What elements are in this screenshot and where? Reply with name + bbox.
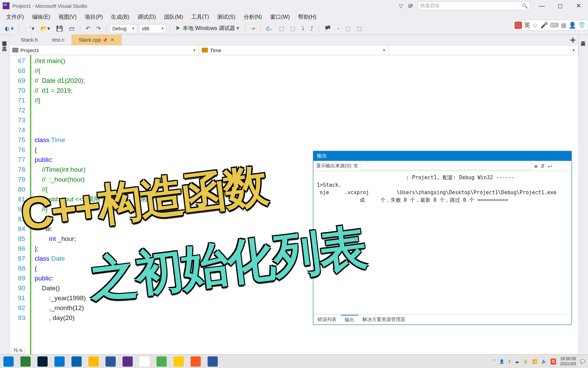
taskbar-photoshop[interactable] [34,355,51,368]
output-text[interactable]: : Project1, 配置: Debug Win32 ------ 1>Sta… [313,171,571,206]
output-tab-解决方案资源管理器[interactable]: 解决方案资源管理器 [358,315,409,324]
menu-视图(V)[interactable]: 视图(V) [55,12,80,22]
step-button[interactable]: ⇥ [248,25,257,32]
close-button[interactable]: ✕ [572,0,585,11]
platform-combo[interactable]: x86▼ [139,24,166,33]
taskbar-start[interactable] [0,355,17,368]
tray-battery-icon[interactable]: 🔋 [523,359,528,364]
build-config-combo[interactable]: Debug▼ [110,24,137,33]
thread-button[interactable]: ⬚ [277,25,286,32]
titlebar: Project1 - Microsoft Visual Studio ▽ 🖳 快… [0,0,588,12]
ime-gear-icon[interactable]: 👕 [578,21,586,29]
output-source-label: 显示输出来源(S): 生 [316,163,358,169]
step-over-button[interactable]: ⤴ [308,25,315,32]
split-view-icon[interactable]: ✚ [570,36,576,44]
output-tab-错误列表[interactable]: 错误列表 [313,315,341,324]
taskbar-cleaner[interactable] [187,355,204,368]
output-tab-输出[interactable]: 输出 [341,315,358,324]
zoom-combo[interactable]: 75 % [11,348,25,354]
ime-keyboard-icon[interactable]: ⌨ [550,21,559,29]
output-toggle-icon[interactable]: ⇵ [541,163,545,169]
tab-Stack.h[interactable]: Stack.h [14,34,45,45]
maximize-button[interactable]: ◻ [553,0,567,11]
new-project-button[interactable]: 📄▾ [23,25,36,32]
ime-mic-icon[interactable]: 🎤 [540,21,548,29]
taskbar-word[interactable] [204,355,221,368]
notify-icon[interactable]: ▽ [399,3,403,9]
tray-wifi-icon[interactable]: 📶 [532,359,537,364]
sogou-icon[interactable]: S [514,21,522,29]
taskbar-vscode[interactable] [51,355,68,368]
tray-notification-icon[interactable]: 💬 [580,359,585,364]
menu-调试(D)[interactable]: 调试(D) [134,12,159,22]
quick-launch-input[interactable]: 快速启动 🔍 [418,1,530,10]
ime-user-icon[interactable]: 👤 [569,21,576,29]
search-icon: 🔍 [522,3,528,9]
taskbar-edge[interactable] [68,355,85,368]
taskbar-camtasia[interactable] [153,355,170,368]
menu-测试(S)[interactable]: 测试(S) [214,12,239,22]
stack-button[interactable]: ⬚ [288,25,297,32]
tray-people-icon[interactable]: 👤 [499,359,504,364]
menu-项目(P)[interactable]: 项目(P) [81,12,106,22]
undo-button[interactable]: ↶ [84,25,92,32]
tray-ime-icon[interactable]: S [551,358,556,365]
save-all-button[interactable]: 🗃 [67,25,77,32]
comment-button[interactable]: ⬚ [355,25,364,32]
open-button[interactable]: 📂▾ [38,25,52,32]
menubar: 文件(F)编辑(E)视图(V)项目(P)生成(B)调试(D)团队(M)工具(T)… [0,12,588,22]
tray-clock[interactable]: 19:56:552021/3/5 [560,356,576,367]
taskbar-chrome[interactable] [136,355,153,368]
tab-test.c[interactable]: test.c [45,34,71,45]
menu-生成(B)[interactable]: 生成(B) [108,12,132,22]
tray-bluetooth-icon[interactable]: ᛒ [508,359,511,364]
outline-button[interactable]: ⬚ [343,25,353,32]
taskbar-translate[interactable] [17,355,34,368]
tray-volume-icon[interactable]: 🔊 [541,359,546,364]
menu-帮助(H)[interactable]: 帮助(H) [295,12,320,22]
menu-分析(N)[interactable]: 分析(N) [240,12,265,22]
toolbar: ◐ ▾ 📄▾ 📂▾ 💾 🗃 ↶ ↷ Debug▼ x86▼ ▶ 本地 Windo… [0,22,588,35]
menu-团队(M)[interactable]: 团队(M) [161,12,186,22]
nav-back-button[interactable]: ◐ ▾ [3,25,16,32]
vs-logo-icon [3,2,10,9]
tray-chevron-icon[interactable]: ˄ [493,359,495,364]
step-into-button[interactable]: ⤵ [299,25,306,32]
menu-窗口(W)[interactable]: 窗口(W) [267,12,293,22]
ime-lang[interactable]: 英 [524,21,530,29]
ime-toolbar[interactable]: S 英 ☺ 🎤 ⌨ ▦ 👤 👕 [512,20,588,31]
redo-button[interactable]: ↷ [94,25,103,32]
document-tabbar: Stack.htest.cStack.cpp 📌✕ [10,35,578,45]
navigation-bar: Project1▼ Time▼ ▼ ✚ [10,45,578,55]
feedback-icon[interactable]: 🖳 [408,3,413,9]
taskbar-visualstudio[interactable] [119,355,136,368]
output-clear-icon[interactable]: ≣ [534,163,538,169]
ime-skin-icon[interactable]: ▦ [561,21,567,29]
output-panel: 输出 显示输出来源(S): 生 ≣ ⇵ ⮐ : Project1, 配置: De… [313,151,572,325]
menu-文件(F)[interactable]: 文件(F) [3,12,27,22]
minimize-button[interactable]: — [535,0,549,11]
output-wrap-icon[interactable]: ⮐ [548,163,552,169]
ime-emoji-icon[interactable]: ☺ [532,22,538,29]
start-debug-button[interactable]: ▶ 本地 Windows 调试器 ▾ [174,24,241,33]
bookmark-button[interactable]: 🏴 [322,25,333,32]
save-button[interactable]: 💾 [54,25,65,32]
taskbar-explorer[interactable] [85,355,102,368]
member-combo[interactable]: ▼ [389,45,578,55]
change-margin [29,55,33,354]
taskbar-potplayer[interactable] [170,355,187,368]
bp-button[interactable]: ◦ [335,25,341,32]
right-tool-rail: 诊断工具 [578,35,588,354]
line-number-gutter: 6768697071727374757677787980818283848586… [10,55,29,354]
menu-工具(T)[interactable]: 工具(T) [188,12,212,22]
menu-编辑(E)[interactable]: 编辑(E) [29,12,53,22]
system-tray[interactable]: ˄ 👤 ᛒ ☁ 🔋 📶 🔊 S 19:56:552021/3/5 💬 [493,356,588,367]
process-button[interactable]: ⎙▾ [264,25,275,32]
tray-onedrive-icon[interactable]: ☁ [515,359,519,364]
scope-combo[interactable]: Project1▼ [10,45,199,55]
tab-Stack.cpp[interactable]: Stack.cpp 📌✕ [71,34,122,45]
type-combo[interactable]: Time▼ [199,45,389,55]
output-source-combo[interactable] [361,162,531,170]
output-title[interactable]: 输出 [313,151,571,161]
taskbar-pdf[interactable] [102,355,119,368]
